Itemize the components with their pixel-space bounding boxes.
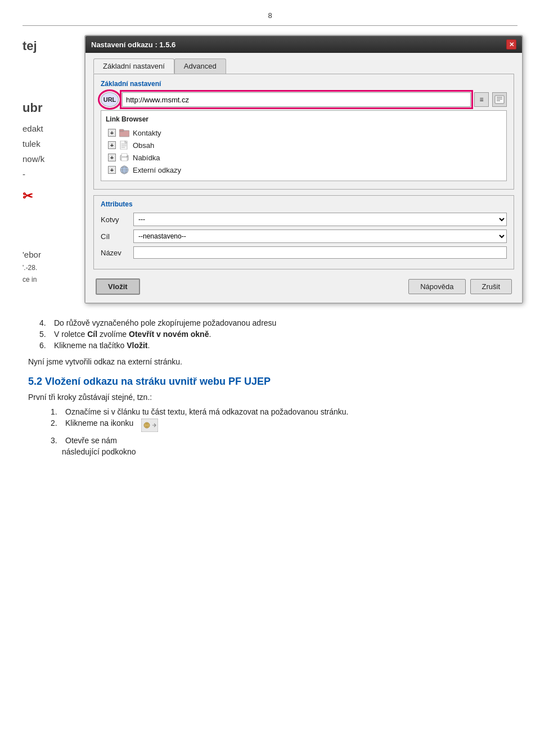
sub-list-item-2: 2. Klikneme na ikonku xyxy=(51,418,512,434)
list-item-6: 6. Klikneme na tlačítko Vložit. xyxy=(39,341,512,350)
tree-item-1[interactable]: + Kontakty xyxy=(106,127,502,139)
tree-expand-4[interactable]: + xyxy=(108,166,116,174)
paragraph-1: Nyní jsme vytvořili odkaz na externí str… xyxy=(28,356,512,368)
page-divider xyxy=(22,25,518,26)
svg-rect-2 xyxy=(119,129,124,132)
doc-icon-2 xyxy=(119,141,129,150)
left-frag-8: '.-28. xyxy=(22,262,84,274)
left-frag-icon: ✂ xyxy=(22,185,84,208)
svg-point-17 xyxy=(144,422,150,428)
sub-list-num-1: 1. xyxy=(51,407,62,416)
left-frag-1: tej xyxy=(22,35,84,57)
sub-list-text-3: Otevře se nám xyxy=(65,436,117,445)
printer-icon-3 xyxy=(119,153,129,162)
folder-icon-1 xyxy=(119,128,129,137)
list-num-4: 4. xyxy=(39,318,51,327)
attr-select-cil[interactable]: --nenastaveno-- xyxy=(133,230,507,243)
close-button[interactable]: ✕ xyxy=(506,39,516,50)
url-row: URL ≡ xyxy=(101,92,507,107)
attributes-title: Attributes xyxy=(101,200,507,208)
help-button[interactable]: Nápověda xyxy=(408,279,465,294)
last-line: následující podkokno xyxy=(62,447,512,456)
attr-input-nazev[interactable] xyxy=(133,246,507,259)
dialog: Nastavení odkazu : 1.5.6 ✕ Základní nast… xyxy=(84,35,523,304)
attr-row-kotvy: Kotvy --- xyxy=(101,213,507,226)
page-number: 8 xyxy=(22,11,518,20)
svg-rect-8 xyxy=(122,158,127,161)
dialog-titlebar: Nastavení odkazu : 1.5.6 ✕ xyxy=(86,36,522,53)
sub-list-text-1: Označíme si v článku tu část textu, kter… xyxy=(65,407,349,416)
svg-point-10 xyxy=(127,156,128,158)
inline-link-icon xyxy=(141,418,158,434)
tree-label-1: Kontakty xyxy=(133,129,161,137)
left-frag-2: ubr xyxy=(22,97,84,119)
tree-expand-1[interactable]: + xyxy=(108,129,116,137)
url-browse-btn[interactable]: ≡ xyxy=(474,92,489,107)
url-input[interactable] xyxy=(122,92,471,107)
left-frag-6: - xyxy=(22,166,84,182)
attr-label-kotvy: Kotvy xyxy=(101,215,129,224)
svg-rect-0 xyxy=(495,96,504,104)
url-label: URL xyxy=(101,92,119,107)
left-frag-9: ce in xyxy=(22,274,84,286)
body-text: 4. Do růžově vyznačeného pole zkopírujem… xyxy=(22,318,518,456)
sub-list-num-2: 2. xyxy=(51,418,62,434)
left-column: tej ubr edakt tulek now/k - ✂ 'ebor '.-2… xyxy=(22,35,84,304)
tree-expand-3[interactable]: + xyxy=(108,154,116,161)
cancel-button[interactable]: Zrušit xyxy=(470,279,512,294)
attributes-section: Attributes Kotvy --- Cíl --nenastaveno-- xyxy=(93,195,514,269)
right-buttons: Nápověda Zrušit xyxy=(408,279,512,294)
sub-list-text-2: Klikneme na ikonku xyxy=(65,418,133,434)
list-item-5: 5. V roletce Cíl zvolíme Otevřít v novém… xyxy=(39,330,512,339)
sub-list-item-1: 1. Označíme si v článku tu část textu, k… xyxy=(51,407,512,416)
tree-label-2: Obsah xyxy=(133,141,154,150)
left-frag-3: edakt xyxy=(22,121,84,136)
url-icon-btn[interactable] xyxy=(492,92,507,107)
attr-row-nazev: Název xyxy=(101,246,507,259)
button-row: Vložit Nápověda Zrušit xyxy=(93,275,514,295)
tree-expand-2[interactable]: + xyxy=(108,141,116,149)
attr-select-kotvy[interactable]: --- xyxy=(133,213,507,226)
dialog-wrapper: Nastavení odkazu : 1.5.6 ✕ Základní nast… xyxy=(84,35,523,304)
list-item-4: 4. Do růžově vyznačeného pole zkopírujem… xyxy=(39,318,512,327)
section-heading: 5.2 Vložení odkazu na stráku uvnitř webu… xyxy=(28,376,512,388)
dialog-body: Základní nastavení Advanced Základní nas… xyxy=(86,53,522,303)
tree-item-4[interactable]: + Externí odkazy xyxy=(106,164,502,176)
left-frag-7: 'ebor xyxy=(22,247,84,262)
attr-label-nazev: Název xyxy=(101,249,129,257)
subtext: První tři kroky zůstávají stejné, tzn.: xyxy=(28,391,512,403)
svg-rect-9 xyxy=(122,154,127,156)
basic-section-title: Základní nastavení xyxy=(101,80,507,88)
link-browser-title: Link Browser xyxy=(106,115,502,123)
sub-list-item-3: 3. Otevře se nám xyxy=(51,436,512,445)
tree-label-3: Nabídka xyxy=(133,154,160,162)
tab-basic[interactable]: Základní nastavení xyxy=(93,58,174,74)
tree-label-4: Externí odkazy xyxy=(133,166,181,174)
list-text-6: Klikneme na tlačítko Vložit. xyxy=(54,341,150,350)
tree-item-3[interactable]: + Nabídka xyxy=(106,151,502,164)
attr-row-cil: Cíl --nenastaveno-- xyxy=(101,230,507,243)
attr-label-cil: Cíl xyxy=(101,232,129,241)
tree-item-2[interactable]: + Obsah xyxy=(106,139,502,151)
dialog-title: Nastavení odkazu : 1.5.6 xyxy=(91,40,176,49)
sub-list-num-3: 3. xyxy=(51,436,62,445)
list-num-6: 6. xyxy=(39,341,51,350)
link-browser: Link Browser + Kontakty + xyxy=(101,110,507,181)
globe-icon-4 xyxy=(119,165,129,174)
tab-advanced[interactable]: Advanced xyxy=(174,58,226,74)
left-frag-4: tulek xyxy=(22,136,84,151)
basic-section: Základní nastavení URL ≡ xyxy=(93,74,514,190)
list-text-4: Do růžově vyznačeného pole zkopírujeme p… xyxy=(54,318,276,327)
insert-button[interactable]: Vložit xyxy=(96,278,140,295)
left-frag-5: now/k xyxy=(22,151,84,166)
tab-bar: Základní nastavení Advanced xyxy=(93,58,514,74)
list-num-5: 5. xyxy=(39,330,51,339)
list-text-5: V roletce Cíl zvolíme Otevřít v novém ok… xyxy=(54,330,211,339)
